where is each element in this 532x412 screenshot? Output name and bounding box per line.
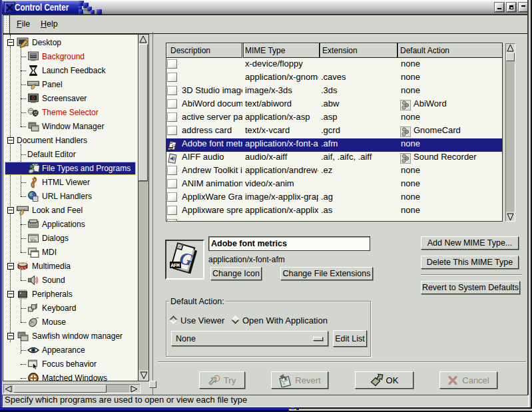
svg-text:AFM: AFM <box>171 262 180 268</box>
svg-text:AFM: AFM <box>168 147 174 150</box>
